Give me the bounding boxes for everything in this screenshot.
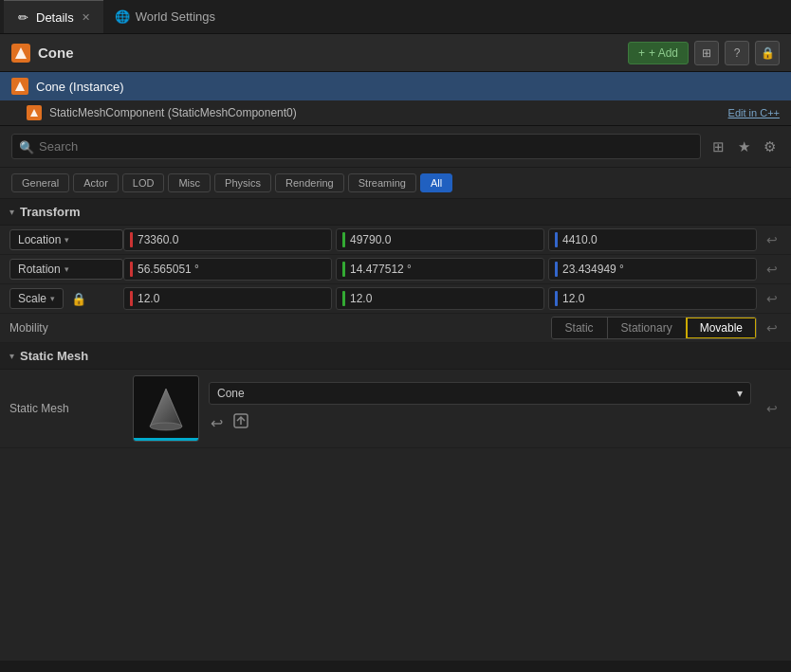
- scale-z-value: 12.0: [562, 292, 584, 305]
- rotation-z-field[interactable]: 23.434949 °: [548, 258, 757, 281]
- mesh-back-icon: ↩: [211, 415, 223, 431]
- help-button[interactable]: ?: [725, 41, 749, 65]
- location-arrow-icon: ▾: [64, 235, 69, 245]
- scale-label: Scale: [18, 292, 46, 305]
- filter-streaming[interactable]: Streaming: [348, 173, 416, 192]
- rotation-reset-button[interactable]: ↩: [763, 260, 782, 279]
- mesh-name-field[interactable]: Cone ▾: [209, 382, 751, 405]
- rotation-z-value: 23.434949 °: [562, 263, 624, 276]
- mesh-browse-button[interactable]: [230, 410, 251, 435]
- scale-x-value: 12.0: [138, 292, 159, 305]
- scale-y-indicator: [342, 291, 345, 306]
- location-dropdown[interactable]: Location ▾: [9, 229, 123, 250]
- location-y-value: 49790.0: [350, 233, 391, 246]
- mobility-group: Static Stationary Movable: [551, 317, 757, 339]
- mobility-reset-button[interactable]: ↩: [763, 318, 782, 337]
- filter-general[interactable]: General: [11, 173, 69, 192]
- location-label-area: Location ▾: [9, 229, 123, 250]
- rotation-y-field[interactable]: 14.477512 °: [336, 258, 544, 281]
- location-z-value: 4410.0: [562, 233, 598, 246]
- location-reset-button[interactable]: ↩: [763, 230, 782, 249]
- add-button[interactable]: + + Add: [628, 42, 689, 64]
- edit-cpp-link[interactable]: Edit in C++: [728, 107, 780, 118]
- rotation-x-field[interactable]: 56.565051 °: [123, 258, 332, 281]
- transform-section-title: Transform: [20, 205, 81, 219]
- cone-thumbnail-svg: [147, 385, 185, 432]
- location-z-field[interactable]: 4410.0: [548, 228, 757, 251]
- location-label: Location: [18, 233, 61, 246]
- filter-misc[interactable]: Misc: [168, 173, 211, 192]
- transform-section-header[interactable]: ▾ Transform: [0, 199, 791, 226]
- scale-z-field[interactable]: 12.0: [548, 287, 757, 310]
- search-action-buttons: ⊞ ★ ⚙: [708, 136, 780, 157]
- static-mesh-label: Static Mesh: [9, 402, 123, 415]
- svg-point-4: [150, 423, 182, 430]
- search-input[interactable]: [11, 134, 701, 159]
- tab-world-settings[interactable]: 🌐 World Settings: [103, 0, 227, 33]
- component-section: Cone (Instance) StaticMeshComponent (Sta…: [0, 72, 791, 126]
- filter-physics[interactable]: Physics: [214, 173, 271, 192]
- static-mesh-row: Static Mesh Cone ▾: [0, 370, 791, 448]
- lock-icon: 🔒: [761, 46, 775, 60]
- mesh-reset-button[interactable]: ↩: [763, 399, 782, 418]
- star-button[interactable]: ★: [734, 136, 754, 157]
- main-content: ▾ Transform Location ▾ 73360.0 49790.0 4…: [0, 199, 791, 661]
- location-row: Location ▾ 73360.0 49790.0 4410.0 ↩: [0, 226, 791, 255]
- scale-dropdown[interactable]: Scale ▾: [9, 288, 64, 309]
- filter-all[interactable]: All: [420, 173, 452, 192]
- tab-details-close[interactable]: ✕: [80, 11, 92, 24]
- mobility-movable-button[interactable]: Movable: [687, 318, 756, 338]
- scale-z-indicator: [555, 291, 558, 306]
- scale-values: 12.0 12.0 12.0 ↩: [123, 287, 782, 310]
- scale-y-field[interactable]: 12.0: [336, 287, 544, 310]
- tab-details-label: Details: [36, 10, 74, 25]
- transform-chevron: ▾: [9, 207, 14, 217]
- scale-x-field[interactable]: 12.0: [123, 287, 332, 310]
- filter-actor[interactable]: Actor: [73, 173, 119, 192]
- tab-bar: ✏ Details ✕ 🌐 World Settings: [0, 0, 791, 34]
- header-bar: Cone + + Add ⊞ ? 🔒: [0, 34, 791, 72]
- scale-label-area: Scale ▾ 🔒: [9, 288, 123, 309]
- component-child-row[interactable]: StaticMeshComponent (StaticMeshComponent…: [0, 100, 791, 125]
- rotation-z-indicator: [555, 262, 558, 277]
- mobility-stationary-button[interactable]: Stationary: [608, 318, 687, 338]
- table-icon: ⊞: [712, 138, 725, 154]
- static-mesh-section-title: Static Mesh: [20, 349, 88, 363]
- tab-world-settings-label: World Settings: [136, 9, 215, 24]
- header-title: Cone: [38, 45, 628, 61]
- header-icon: [11, 44, 30, 63]
- filter-rendering[interactable]: Rendering: [275, 173, 344, 192]
- mesh-browse-icon: [232, 416, 249, 432]
- svg-marker-1: [15, 82, 25, 91]
- svg-marker-0: [15, 47, 27, 59]
- location-y-field[interactable]: 49790.0: [336, 228, 544, 251]
- settings-button[interactable]: ⚙: [760, 136, 780, 157]
- table-view-button[interactable]: ⊞: [708, 136, 728, 157]
- mobility-label: Mobility: [9, 321, 123, 335]
- component-selected-row[interactable]: Cone (Instance): [0, 72, 791, 100]
- filter-tabs: General Actor LOD Misc Physics Rendering…: [0, 168, 791, 199]
- rotation-x-value: 56.565051 °: [138, 263, 199, 276]
- static-mesh-chevron: ▾: [9, 351, 14, 361]
- details-tab-icon: ✏: [15, 9, 30, 25]
- scale-y-value: 12.0: [350, 292, 372, 305]
- add-plus-icon: +: [638, 46, 645, 60]
- scale-lock-icon[interactable]: 🔒: [71, 292, 86, 306]
- location-x-field[interactable]: 73360.0: [123, 228, 332, 251]
- header-actions: + + Add ⊞ ? 🔒: [628, 41, 780, 65]
- static-mesh-section-header[interactable]: ▾ Static Mesh: [0, 343, 791, 370]
- component-selected-label: Cone (Instance): [36, 80, 780, 94]
- grid-button[interactable]: ⊞: [694, 41, 719, 65]
- mobility-static-button[interactable]: Static: [552, 318, 608, 338]
- mesh-back-button[interactable]: ↩: [209, 410, 225, 435]
- tab-details[interactable]: ✏ Details ✕: [4, 0, 103, 33]
- rotation-dropdown[interactable]: Rotation ▾: [9, 259, 123, 280]
- filter-lod[interactable]: LOD: [122, 173, 165, 192]
- location-x-indicator: [130, 232, 133, 247]
- mesh-name-label: Cone: [217, 387, 245, 400]
- scale-reset-button[interactable]: ↩: [763, 289, 782, 308]
- location-z-indicator: [555, 232, 558, 247]
- lock-button[interactable]: 🔒: [755, 41, 780, 65]
- search-wrapper: 🔍: [11, 134, 701, 159]
- component-child-label: StaticMeshComponent (StaticMeshComponent…: [49, 106, 721, 119]
